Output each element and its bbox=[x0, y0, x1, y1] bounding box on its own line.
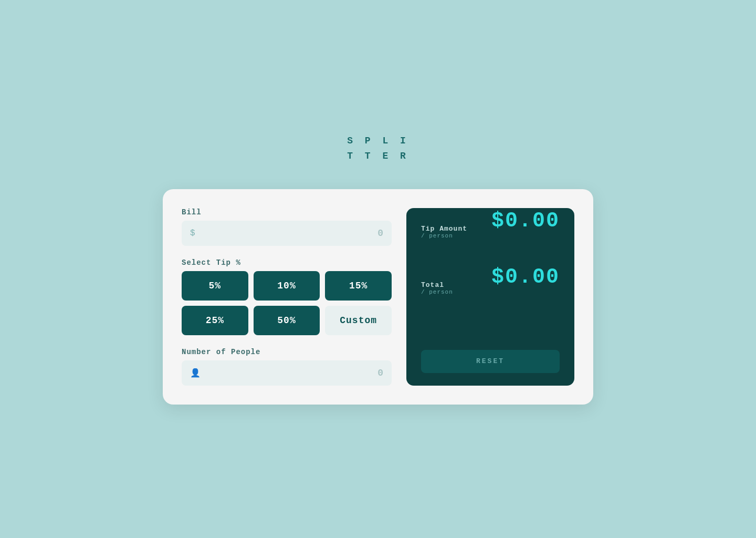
total-row: Total / person $0.00 bbox=[421, 281, 560, 295]
tip-amount-label-group: Tip Amount / person bbox=[421, 225, 467, 239]
tip-amount-label: Tip Amount bbox=[421, 225, 467, 233]
bill-section: Bill $ 0 bbox=[182, 208, 392, 246]
bill-label: Bill bbox=[182, 208, 392, 216]
main-card: Bill $ 0 Select Tip % 5% 10% 15% 25% 50%… bbox=[163, 189, 593, 405]
total-sub: / person bbox=[421, 289, 453, 295]
app-title: S P L I T T E R bbox=[347, 133, 409, 164]
people-input-wrapper[interactable]: 👤 0 bbox=[182, 360, 392, 386]
total-label-group: Total / person bbox=[421, 281, 453, 295]
left-panel: Bill $ 0 Select Tip % 5% 10% 15% 25% 50%… bbox=[182, 208, 392, 386]
title-line1: S P L I bbox=[347, 133, 409, 149]
tip-amount-sub: / person bbox=[421, 233, 467, 239]
tip-amount-row: Tip Amount / person $0.00 bbox=[421, 225, 560, 239]
people-section: Number of People 👤 0 bbox=[182, 348, 392, 386]
tip-section: Select Tip % 5% 10% 15% 25% 50% Custom bbox=[182, 258, 392, 335]
people-label: Number of People bbox=[182, 348, 392, 356]
total-label: Total bbox=[421, 281, 453, 289]
tip-btn-50[interactable]: 50% bbox=[254, 306, 320, 335]
tip-btn-25[interactable]: 25% bbox=[182, 306, 248, 335]
bill-input-wrapper[interactable]: $ 0 bbox=[182, 221, 392, 246]
tip-btn-5[interactable]: 5% bbox=[182, 271, 248, 301]
title-line2: T T E R bbox=[347, 149, 409, 164]
tip-btn-custom[interactable]: Custom bbox=[325, 306, 392, 335]
reset-button[interactable]: RESET bbox=[421, 350, 560, 373]
tip-label: Select Tip % bbox=[182, 258, 392, 267]
person-icon: 👤 bbox=[190, 368, 201, 378]
people-value: 0 bbox=[377, 368, 383, 378]
tip-btn-15[interactable]: 15% bbox=[325, 271, 392, 301]
tip-btn-10[interactable]: 10% bbox=[254, 271, 320, 301]
bill-value: 0 bbox=[377, 228, 383, 239]
total-value: $0.00 bbox=[491, 265, 560, 289]
right-panel: Tip Amount / person $0.00 Total / person… bbox=[406, 208, 574, 386]
dollar-icon: $ bbox=[190, 229, 195, 238]
tip-amount-value: $0.00 bbox=[491, 209, 560, 233]
tip-buttons-grid: 5% 10% 15% 25% 50% Custom bbox=[182, 271, 392, 335]
